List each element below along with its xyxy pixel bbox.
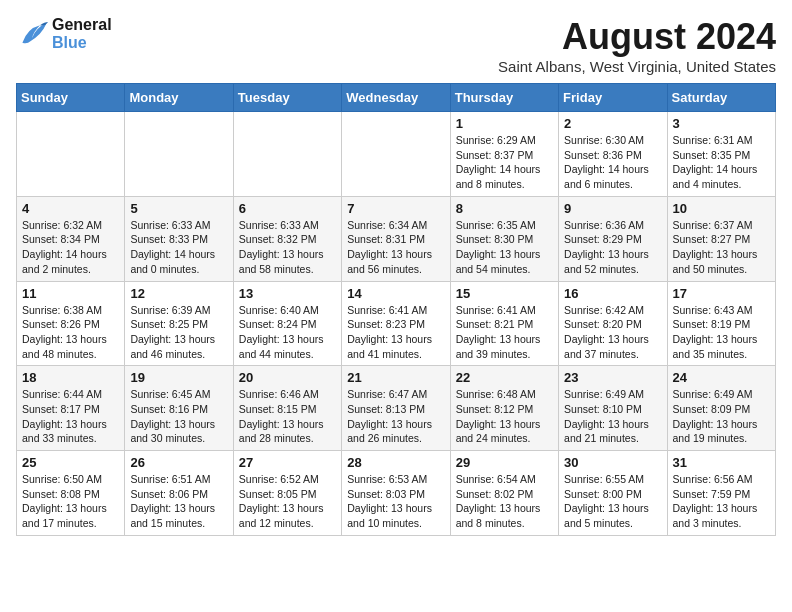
- day-number: 7: [347, 201, 444, 216]
- calendar-cell: 9Sunrise: 6:36 AMSunset: 8:29 PMDaylight…: [559, 196, 667, 281]
- day-number: 6: [239, 201, 336, 216]
- day-number: 2: [564, 116, 661, 131]
- calendar-cell: [233, 112, 341, 197]
- calendar-cell: 22Sunrise: 6:48 AMSunset: 8:12 PMDayligh…: [450, 366, 558, 451]
- day-info: Sunrise: 6:41 AMSunset: 8:21 PMDaylight:…: [456, 303, 553, 362]
- calendar-cell: 23Sunrise: 6:49 AMSunset: 8:10 PMDayligh…: [559, 366, 667, 451]
- day-info: Sunrise: 6:35 AMSunset: 8:30 PMDaylight:…: [456, 218, 553, 277]
- calendar-cell: 27Sunrise: 6:52 AMSunset: 8:05 PMDayligh…: [233, 451, 341, 536]
- day-info: Sunrise: 6:46 AMSunset: 8:15 PMDaylight:…: [239, 387, 336, 446]
- logo: General Blue: [16, 16, 112, 52]
- logo-text: General Blue: [52, 16, 112, 52]
- title-block: August 2024 Saint Albans, West Virginia,…: [498, 16, 776, 75]
- calendar-cell: 29Sunrise: 6:54 AMSunset: 8:02 PMDayligh…: [450, 451, 558, 536]
- calendar-cell: 5Sunrise: 6:33 AMSunset: 8:33 PMDaylight…: [125, 196, 233, 281]
- day-info: Sunrise: 6:40 AMSunset: 8:24 PMDaylight:…: [239, 303, 336, 362]
- calendar-table: SundayMondayTuesdayWednesdayThursdayFrid…: [16, 83, 776, 536]
- day-number: 9: [564, 201, 661, 216]
- day-info: Sunrise: 6:45 AMSunset: 8:16 PMDaylight:…: [130, 387, 227, 446]
- calendar-cell: 2Sunrise: 6:30 AMSunset: 8:36 PMDaylight…: [559, 112, 667, 197]
- day-number: 14: [347, 286, 444, 301]
- day-info: Sunrise: 6:39 AMSunset: 8:25 PMDaylight:…: [130, 303, 227, 362]
- day-number: 10: [673, 201, 770, 216]
- calendar-cell: 3Sunrise: 6:31 AMSunset: 8:35 PMDaylight…: [667, 112, 775, 197]
- day-info: Sunrise: 6:30 AMSunset: 8:36 PMDaylight:…: [564, 133, 661, 192]
- month-year-title: August 2024: [498, 16, 776, 58]
- day-info: Sunrise: 6:54 AMSunset: 8:02 PMDaylight:…: [456, 472, 553, 531]
- calendar-cell: 19Sunrise: 6:45 AMSunset: 8:16 PMDayligh…: [125, 366, 233, 451]
- calendar-cell: 25Sunrise: 6:50 AMSunset: 8:08 PMDayligh…: [17, 451, 125, 536]
- week-row-3: 11Sunrise: 6:38 AMSunset: 8:26 PMDayligh…: [17, 281, 776, 366]
- day-info: Sunrise: 6:47 AMSunset: 8:13 PMDaylight:…: [347, 387, 444, 446]
- calendar-cell: 26Sunrise: 6:51 AMSunset: 8:06 PMDayligh…: [125, 451, 233, 536]
- day-info: Sunrise: 6:56 AMSunset: 7:59 PMDaylight:…: [673, 472, 770, 531]
- day-info: Sunrise: 6:32 AMSunset: 8:34 PMDaylight:…: [22, 218, 119, 277]
- day-info: Sunrise: 6:38 AMSunset: 8:26 PMDaylight:…: [22, 303, 119, 362]
- calendar-cell: 21Sunrise: 6:47 AMSunset: 8:13 PMDayligh…: [342, 366, 450, 451]
- day-number: 25: [22, 455, 119, 470]
- week-row-1: 1Sunrise: 6:29 AMSunset: 8:37 PMDaylight…: [17, 112, 776, 197]
- calendar-cell: 1Sunrise: 6:29 AMSunset: 8:37 PMDaylight…: [450, 112, 558, 197]
- day-info: Sunrise: 6:50 AMSunset: 8:08 PMDaylight:…: [22, 472, 119, 531]
- day-number: 21: [347, 370, 444, 385]
- day-header-sunday: Sunday: [17, 84, 125, 112]
- calendar-cell: 14Sunrise: 6:41 AMSunset: 8:23 PMDayligh…: [342, 281, 450, 366]
- day-header-wednesday: Wednesday: [342, 84, 450, 112]
- day-info: Sunrise: 6:52 AMSunset: 8:05 PMDaylight:…: [239, 472, 336, 531]
- calendar-cell: 6Sunrise: 6:33 AMSunset: 8:32 PMDaylight…: [233, 196, 341, 281]
- day-number: 12: [130, 286, 227, 301]
- calendar-cell: 16Sunrise: 6:42 AMSunset: 8:20 PMDayligh…: [559, 281, 667, 366]
- calendar-cell: 4Sunrise: 6:32 AMSunset: 8:34 PMDaylight…: [17, 196, 125, 281]
- calendar-cell: 30Sunrise: 6:55 AMSunset: 8:00 PMDayligh…: [559, 451, 667, 536]
- calendar-cell: 17Sunrise: 6:43 AMSunset: 8:19 PMDayligh…: [667, 281, 775, 366]
- day-info: Sunrise: 6:44 AMSunset: 8:17 PMDaylight:…: [22, 387, 119, 446]
- calendar-cell: 18Sunrise: 6:44 AMSunset: 8:17 PMDayligh…: [17, 366, 125, 451]
- day-number: 19: [130, 370, 227, 385]
- day-number: 26: [130, 455, 227, 470]
- day-info: Sunrise: 6:48 AMSunset: 8:12 PMDaylight:…: [456, 387, 553, 446]
- day-number: 20: [239, 370, 336, 385]
- day-info: Sunrise: 6:43 AMSunset: 8:19 PMDaylight:…: [673, 303, 770, 362]
- calendar-cell: 20Sunrise: 6:46 AMSunset: 8:15 PMDayligh…: [233, 366, 341, 451]
- day-info: Sunrise: 6:31 AMSunset: 8:35 PMDaylight:…: [673, 133, 770, 192]
- calendar-cell: 28Sunrise: 6:53 AMSunset: 8:03 PMDayligh…: [342, 451, 450, 536]
- calendar-cell: 7Sunrise: 6:34 AMSunset: 8:31 PMDaylight…: [342, 196, 450, 281]
- location-text: Saint Albans, West Virginia, United Stat…: [498, 58, 776, 75]
- day-number: 11: [22, 286, 119, 301]
- day-header-saturday: Saturday: [667, 84, 775, 112]
- day-number: 3: [673, 116, 770, 131]
- day-number: 15: [456, 286, 553, 301]
- calendar-cell: [17, 112, 125, 197]
- day-header-tuesday: Tuesday: [233, 84, 341, 112]
- day-number: 17: [673, 286, 770, 301]
- day-info: Sunrise: 6:36 AMSunset: 8:29 PMDaylight:…: [564, 218, 661, 277]
- calendar-cell: 11Sunrise: 6:38 AMSunset: 8:26 PMDayligh…: [17, 281, 125, 366]
- day-number: 22: [456, 370, 553, 385]
- day-info: Sunrise: 6:29 AMSunset: 8:37 PMDaylight:…: [456, 133, 553, 192]
- week-row-2: 4Sunrise: 6:32 AMSunset: 8:34 PMDaylight…: [17, 196, 776, 281]
- calendar-cell: [125, 112, 233, 197]
- day-info: Sunrise: 6:49 AMSunset: 8:10 PMDaylight:…: [564, 387, 661, 446]
- calendar-header-row: SundayMondayTuesdayWednesdayThursdayFrid…: [17, 84, 776, 112]
- day-info: Sunrise: 6:42 AMSunset: 8:20 PMDaylight:…: [564, 303, 661, 362]
- day-number: 29: [456, 455, 553, 470]
- calendar-cell: 24Sunrise: 6:49 AMSunset: 8:09 PMDayligh…: [667, 366, 775, 451]
- logo-icon: [16, 20, 48, 48]
- calendar-cell: 31Sunrise: 6:56 AMSunset: 7:59 PMDayligh…: [667, 451, 775, 536]
- day-number: 1: [456, 116, 553, 131]
- day-info: Sunrise: 6:51 AMSunset: 8:06 PMDaylight:…: [130, 472, 227, 531]
- week-row-5: 25Sunrise: 6:50 AMSunset: 8:08 PMDayligh…: [17, 451, 776, 536]
- day-header-friday: Friday: [559, 84, 667, 112]
- day-number: 24: [673, 370, 770, 385]
- day-header-thursday: Thursday: [450, 84, 558, 112]
- day-number: 27: [239, 455, 336, 470]
- calendar-cell: 12Sunrise: 6:39 AMSunset: 8:25 PMDayligh…: [125, 281, 233, 366]
- day-number: 4: [22, 201, 119, 216]
- day-info: Sunrise: 6:53 AMSunset: 8:03 PMDaylight:…: [347, 472, 444, 531]
- day-info: Sunrise: 6:55 AMSunset: 8:00 PMDaylight:…: [564, 472, 661, 531]
- day-number: 28: [347, 455, 444, 470]
- day-info: Sunrise: 6:33 AMSunset: 8:33 PMDaylight:…: [130, 218, 227, 277]
- calendar-cell: 10Sunrise: 6:37 AMSunset: 8:27 PMDayligh…: [667, 196, 775, 281]
- page-header: General Blue August 2024 Saint Albans, W…: [16, 16, 776, 75]
- calendar-cell: 8Sunrise: 6:35 AMSunset: 8:30 PMDaylight…: [450, 196, 558, 281]
